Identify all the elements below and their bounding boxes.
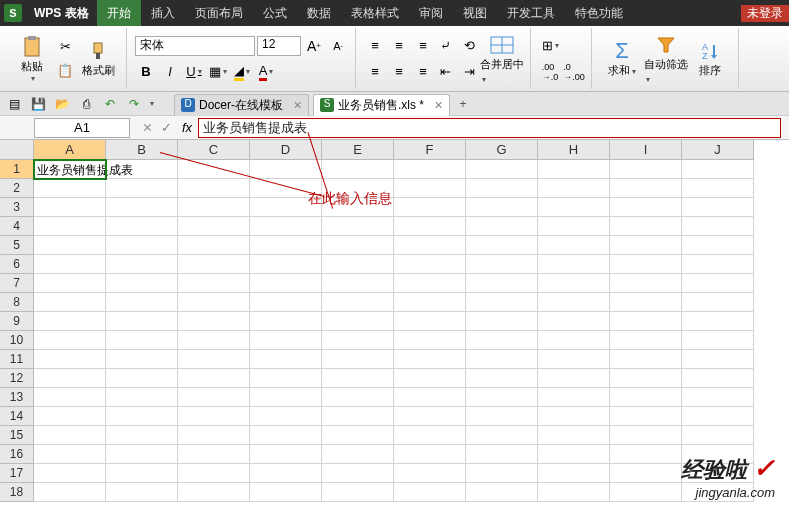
enter-icon[interactable]: ✓ xyxy=(157,120,176,135)
row-header-14[interactable]: 14 xyxy=(0,407,34,426)
cell-D18[interactable] xyxy=(250,483,322,502)
cell-C5[interactable] xyxy=(178,236,250,255)
cell-H2[interactable] xyxy=(538,179,610,198)
cell-J10[interactable] xyxy=(682,331,754,350)
cell-B2[interactable] xyxy=(106,179,178,198)
col-header-J[interactable]: J xyxy=(682,140,754,160)
cell-G14[interactable] xyxy=(466,407,538,426)
row-header-13[interactable]: 13 xyxy=(0,388,34,407)
cell-C14[interactable] xyxy=(178,407,250,426)
cell-A9[interactable] xyxy=(34,312,106,331)
cell-I9[interactable] xyxy=(610,312,682,331)
cell-G8[interactable] xyxy=(466,293,538,312)
menu-tab-tablestyle[interactable]: 表格样式 xyxy=(341,0,409,26)
cell-B13[interactable] xyxy=(106,388,178,407)
cell-I6[interactable] xyxy=(610,255,682,274)
cell-A18[interactable] xyxy=(34,483,106,502)
cell-C15[interactable] xyxy=(178,426,250,445)
cell-E6[interactable] xyxy=(322,255,394,274)
cell-E9[interactable] xyxy=(322,312,394,331)
cell-D17[interactable] xyxy=(250,464,322,483)
cell-H5[interactable] xyxy=(538,236,610,255)
cell-E10[interactable] xyxy=(322,331,394,350)
indent-increase-button[interactable]: ⇥ xyxy=(458,61,480,83)
open-button[interactable]: 📂 xyxy=(52,94,72,114)
cell-I18[interactable] xyxy=(610,483,682,502)
increase-decimal-button[interactable]: .00→.0 xyxy=(539,61,561,83)
cell-D8[interactable] xyxy=(250,293,322,312)
align-bottom-button[interactable]: ≡ xyxy=(412,35,434,57)
cell-A7[interactable] xyxy=(34,274,106,293)
select-all-corner[interactable] xyxy=(0,140,34,160)
undo-button[interactable]: ↶ xyxy=(100,94,120,114)
font-size-select[interactable]: 12 xyxy=(257,36,301,56)
cell-I2[interactable] xyxy=(610,179,682,198)
font-name-select[interactable]: 宋体 xyxy=(135,36,255,56)
cell-B16[interactable] xyxy=(106,445,178,464)
cell-J7[interactable] xyxy=(682,274,754,293)
cell-G16[interactable] xyxy=(466,445,538,464)
col-header-E[interactable]: E xyxy=(322,140,394,160)
row-header-8[interactable]: 8 xyxy=(0,293,34,312)
row-header-10[interactable]: 10 xyxy=(0,331,34,350)
bold-button[interactable]: B xyxy=(135,61,157,83)
row-header-2[interactable]: 2 xyxy=(0,179,34,198)
cell-F16[interactable] xyxy=(394,445,466,464)
cell-J12[interactable] xyxy=(682,369,754,388)
cell-E8[interactable] xyxy=(322,293,394,312)
row-header-1[interactable]: 1 xyxy=(0,160,34,179)
cut-button[interactable]: ✂ xyxy=(54,36,76,58)
row-header-12[interactable]: 12 xyxy=(0,369,34,388)
grow-font-button[interactable]: A+ xyxy=(303,35,325,57)
cell-A12[interactable] xyxy=(34,369,106,388)
cell-H12[interactable] xyxy=(538,369,610,388)
cell-E11[interactable] xyxy=(322,350,394,369)
cell-I7[interactable] xyxy=(610,274,682,293)
cell-E2[interactable] xyxy=(322,179,394,198)
cell-H9[interactable] xyxy=(538,312,610,331)
cell-D12[interactable] xyxy=(250,369,322,388)
cell-H1[interactable] xyxy=(538,160,610,179)
row-header-9[interactable]: 9 xyxy=(0,312,34,331)
cell-J14[interactable] xyxy=(682,407,754,426)
cell-G12[interactable] xyxy=(466,369,538,388)
cell-I15[interactable] xyxy=(610,426,682,445)
fill-color-button[interactable]: ◢▾ xyxy=(231,61,253,83)
fx-button[interactable]: fx xyxy=(176,120,198,135)
cell-D13[interactable] xyxy=(250,388,322,407)
format-painter-button[interactable]: 格式刷 xyxy=(76,30,120,88)
row-header-3[interactable]: 3 xyxy=(0,198,34,217)
cell-H3[interactable] xyxy=(538,198,610,217)
menu-tab-formula[interactable]: 公式 xyxy=(253,0,297,26)
col-header-C[interactable]: C xyxy=(178,140,250,160)
cell-G18[interactable] xyxy=(466,483,538,502)
font-color-button[interactable]: A▾ xyxy=(255,61,277,83)
cell-C16[interactable] xyxy=(178,445,250,464)
cell-H14[interactable] xyxy=(538,407,610,426)
cell-G7[interactable] xyxy=(466,274,538,293)
cell-G2[interactable] xyxy=(466,179,538,198)
cancel-icon[interactable]: ⨯ xyxy=(138,120,157,135)
row-header-5[interactable]: 5 xyxy=(0,236,34,255)
cell-H13[interactable] xyxy=(538,388,610,407)
menu-tab-start[interactable]: 开始 xyxy=(97,0,141,26)
cell-grid[interactable]: 业务员销售提成表 xyxy=(34,160,754,502)
cell-G6[interactable] xyxy=(466,255,538,274)
cell-A5[interactable] xyxy=(34,236,106,255)
cell-F5[interactable] xyxy=(394,236,466,255)
cell-B3[interactable] xyxy=(106,198,178,217)
cell-H15[interactable] xyxy=(538,426,610,445)
row-header-4[interactable]: 4 xyxy=(0,217,34,236)
cell-C2[interactable] xyxy=(178,179,250,198)
indent-decrease-button[interactable]: ⇤ xyxy=(434,61,456,83)
cell-C8[interactable] xyxy=(178,293,250,312)
menu-tab-dev[interactable]: 开发工具 xyxy=(497,0,565,26)
cell-E13[interactable] xyxy=(322,388,394,407)
cell-D5[interactable] xyxy=(250,236,322,255)
cell-B9[interactable] xyxy=(106,312,178,331)
cell-D9[interactable] xyxy=(250,312,322,331)
menu-tab-data[interactable]: 数据 xyxy=(297,0,341,26)
cell-B15[interactable] xyxy=(106,426,178,445)
row-header-16[interactable]: 16 xyxy=(0,445,34,464)
paste-button[interactable]: 粘贴▾ xyxy=(10,30,54,88)
